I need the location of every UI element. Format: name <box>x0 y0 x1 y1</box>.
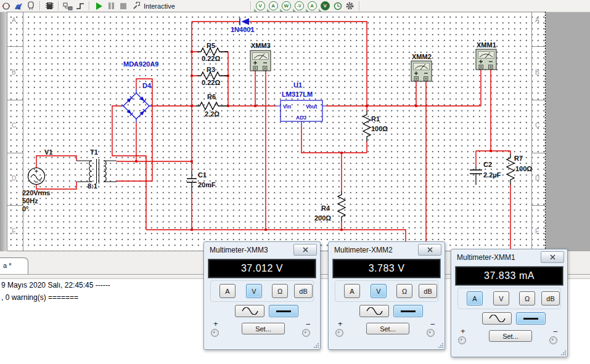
negative-terminal[interactable] <box>302 329 310 337</box>
window-title: Multimeter-XMM2 <box>334 246 393 254</box>
r4-value: 200Ω <box>314 214 331 222</box>
component-r7[interactable]: R7 100Ω <box>507 154 532 185</box>
sheet-row-c: C <box>12 122 16 129</box>
document-tab-label: a * <box>3 262 11 269</box>
r3-ref: R3 <box>207 66 215 73</box>
differential-voltage-probe-icon[interactable]: -V <box>295 1 304 10</box>
component-d4-bridge-rectifier[interactable]: MDA920A9 D4 <box>121 60 158 123</box>
machine-icon[interactable] <box>1 1 11 11</box>
positive-terminal[interactable] <box>458 336 466 344</box>
instrument-xmm2-icon[interactable]: XMM2 <box>411 53 432 81</box>
u1-pin-vout: Vout <box>306 103 317 110</box>
periodic-probe-icon[interactable] <box>333 1 343 11</box>
mode-ohm-button[interactable]: Ω <box>519 291 535 305</box>
component-r5[interactable]: R5 0.22Ω <box>197 42 228 62</box>
power-probe-icon[interactable]: W <box>282 1 291 10</box>
component-t1-transformer[interactable]: T1 8:1 <box>76 148 117 190</box>
mode-ohm-button[interactable]: Ω <box>396 284 412 298</box>
probe-settings-gear-icon[interactable] <box>345 1 355 11</box>
current-probe-icon[interactable]: A <box>269 1 278 10</box>
mode-ohm-button[interactable]: Ω <box>272 284 288 298</box>
voltage-reference-probe-icon[interactable]: V <box>321 1 330 10</box>
mode-db-button[interactable]: dB <box>419 284 437 298</box>
tube-icon[interactable] <box>26 1 36 11</box>
mode-ampere-button[interactable]: A <box>219 284 236 298</box>
component-r1[interactable]: R1 100Ω <box>363 111 388 142</box>
mode-db-button[interactable]: dB <box>294 284 313 298</box>
run-simulation-icon[interactable] <box>94 1 104 11</box>
xmm2-label: XMM2 <box>412 53 432 60</box>
instrument-xmm3-icon[interactable]: XMM3 <box>250 42 271 71</box>
multimeter-xmm1-window[interactable]: Multimeter-XMM1 37.833 mA A V Ω dB + Set… <box>451 249 568 357</box>
ac-coupling-button[interactable] <box>482 312 512 325</box>
ladder-step-icon[interactable] <box>75 1 85 11</box>
xmm3-label: XMM3 <box>251 42 271 49</box>
bridge-ref: D4 <box>142 82 152 89</box>
dc-coupling-button[interactable] <box>393 305 423 317</box>
component-c1[interactable]: C1 20mF <box>187 171 216 193</box>
negative-terminal[interactable] <box>549 336 557 344</box>
ic-chip-icon[interactable] <box>44 1 54 11</box>
multimeter-xmm3-window[interactable]: Multimeter-XMM3 37.012 V A V Ω dB + Set.… <box>203 241 321 350</box>
multimeter-xmm2-window[interactable]: Multimeter-XMM2 3.783 V A V Ω dB + Set..… <box>328 241 445 350</box>
t1-ref: T1 <box>90 148 98 156</box>
set-button[interactable]: Set... <box>489 330 532 342</box>
ac-coupling-button[interactable] <box>359 305 389 317</box>
toolbar: ft Interactive V A W -V A V <box>0 0 590 12</box>
xmm1-label: XMM1 <box>477 41 496 49</box>
v1-frequency: 50Hz <box>22 197 38 204</box>
ac-coupling-button[interactable] <box>235 305 264 317</box>
close-button[interactable] <box>541 251 564 263</box>
component-r6[interactable]: R6 2.2Ω <box>196 93 227 118</box>
dc-coupling-button[interactable] <box>269 305 298 317</box>
negative-terminal[interactable] <box>427 329 435 337</box>
wires[interactable] <box>36 22 510 249</box>
mode-volt-button[interactable]: V <box>493 291 509 305</box>
stop-simulation-icon[interactable] <box>118 1 128 11</box>
mode-ampere-button[interactable]: A <box>467 291 483 305</box>
window-title: Multimeter-XMM1 <box>457 253 515 262</box>
close-button[interactable] <box>293 244 317 256</box>
component-u1-lm317[interactable]: Vin Vout ADJ U1 LM317LM <box>276 81 326 126</box>
t1-ratio: 8:1 <box>88 182 97 190</box>
mode-db-button[interactable]: dB <box>541 291 560 305</box>
sheet-border: A B C D E A B C D E <box>7 12 546 251</box>
positive-terminal-label: + <box>338 319 343 328</box>
interactive-label: Interactive <box>144 2 175 10</box>
toolbar-separator <box>359 1 360 10</box>
dc-coupling-button[interactable] <box>516 312 546 325</box>
component-v1-ac-source[interactable]: V1 220Vrms 50Hz 0° <box>22 148 52 212</box>
mode-volt-button[interactable]: V <box>246 284 262 298</box>
hierarchy-icon[interactable] <box>63 1 73 11</box>
set-button[interactable]: Set... <box>242 323 285 334</box>
svg-text:B: B <box>535 69 539 76</box>
negative-terminal-label: − <box>553 327 558 336</box>
pause-simulation-icon[interactable] <box>106 1 116 11</box>
component-r4[interactable]: R4 200Ω <box>314 191 345 222</box>
r7-value: 100Ω <box>515 165 532 172</box>
set-button[interactable]: Set... <box>366 323 409 334</box>
component-c2[interactable]: C2 2.2µF <box>470 161 501 185</box>
component-r3[interactable]: R3 0.22Ω <box>197 66 228 86</box>
positive-terminal[interactable] <box>211 329 219 337</box>
component-1n4001-diode[interactable]: 1N4001 <box>231 18 255 33</box>
resize-grip[interactable] <box>438 342 443 348</box>
voltage-probe-icon[interactable]: V <box>256 1 265 10</box>
voltage-current-probe-icon[interactable]: A <box>308 1 317 10</box>
document-tab[interactable]: a * <box>0 257 28 275</box>
svg-text:D: D <box>535 175 539 182</box>
toolbar-separator <box>250 1 252 10</box>
r5-ref: R5 <box>207 42 215 49</box>
meter-display: 37.833 mA <box>455 266 563 286</box>
mode-ampere-button[interactable]: A <box>344 284 360 298</box>
positive-terminal[interactable] <box>335 329 343 337</box>
transistor-icon[interactable]: ft <box>14 1 23 11</box>
resize-grip[interactable] <box>560 350 566 355</box>
u1-pin-vin: Vin <box>283 103 291 110</box>
bridge-part-label: MDA920A9 <box>123 60 158 68</box>
instrument-xmm1-icon[interactable]: XMM1 <box>476 41 496 70</box>
mode-volt-button[interactable]: V <box>371 284 387 298</box>
resize-grip[interactable] <box>313 342 319 348</box>
close-button[interactable] <box>418 244 441 256</box>
svg-text:A: A <box>535 17 539 23</box>
